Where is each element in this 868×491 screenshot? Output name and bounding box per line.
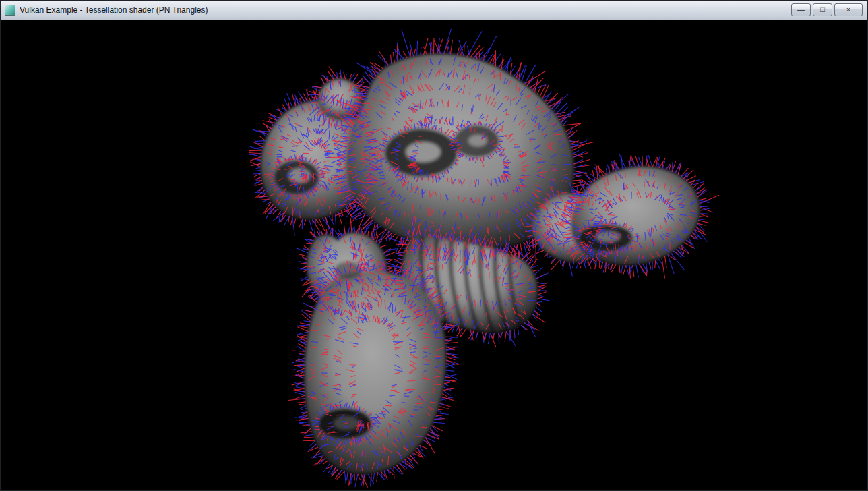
app-icon <box>5 5 16 16</box>
titlebar[interactable]: Vulkan Example - Tessellation shader (PN… <box>1 1 867 20</box>
minimize-icon: — <box>797 6 805 13</box>
window-title: Vulkan Example - Tessellation shader (PN… <box>20 5 208 15</box>
close-button[interactable]: × <box>834 3 863 16</box>
close-icon: × <box>846 6 850 13</box>
app-window: Vulkan Example - Tessellation shader (PN… <box>0 0 868 491</box>
crater-head-small-center <box>468 135 487 147</box>
minimize-button[interactable]: — <box>791 3 811 16</box>
maximize-button[interactable]: □ <box>813 3 832 16</box>
render-viewport[interactable] <box>1 20 867 490</box>
window-controls: — □ × <box>791 3 863 16</box>
vulkan-render <box>1 20 867 490</box>
maximize-icon: □ <box>820 6 825 13</box>
